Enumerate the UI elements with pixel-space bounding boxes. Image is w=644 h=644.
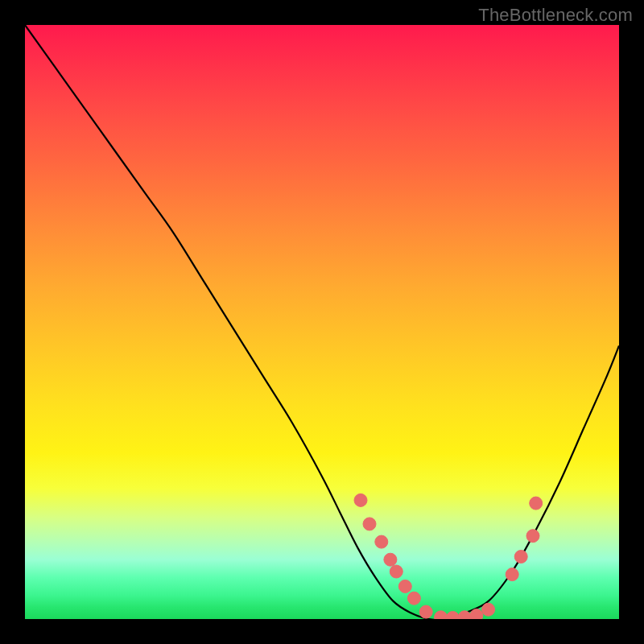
data-marker (506, 568, 518, 581)
data-marker (446, 612, 459, 620)
data-marker (514, 551, 527, 564)
data-marker (398, 580, 411, 592)
data-marker (482, 603, 495, 616)
data-marker (390, 565, 402, 578)
data-marker (530, 497, 543, 510)
data-marker (470, 609, 483, 619)
chart-frame: TheBottleneck.com (0, 0, 644, 644)
curve-svg (25, 25, 619, 619)
plot-area (25, 25, 619, 619)
watermark-text: TheBottleneck.com (478, 5, 633, 26)
data-marker (375, 535, 388, 548)
data-marker (363, 518, 376, 530)
data-marker (435, 611, 448, 619)
data-marker (407, 592, 420, 605)
data-marker (384, 553, 397, 566)
data-marker (419, 605, 432, 618)
data-marker (354, 493, 367, 506)
data-marker (526, 530, 539, 543)
data-markers (354, 493, 543, 619)
